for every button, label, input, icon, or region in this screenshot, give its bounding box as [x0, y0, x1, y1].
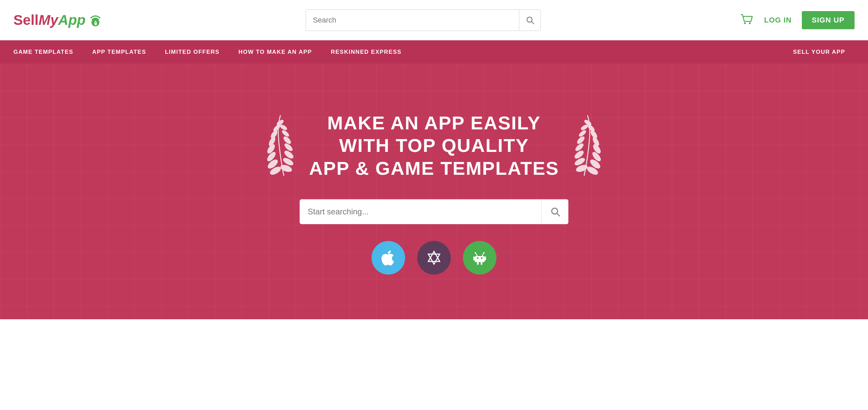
signup-button[interactable]: SIGN UP — [802, 11, 855, 29]
hero-title-line3: APP & GAME TEMPLATES — [309, 157, 559, 179]
svg-point-34 — [578, 129, 587, 138]
nav-item-sell-your-app[interactable]: SELL YOUR APP — [784, 40, 855, 64]
svg-point-5 — [749, 22, 751, 24]
nav-item-limited-offers[interactable]: LIMITED OFFERS — [156, 40, 229, 64]
hero-title: MAKE AN APP EASILY WITH TOP QUALITY APP … — [309, 112, 559, 179]
cart-button[interactable] — [739, 12, 754, 28]
hero-section: MAKE AN APP EASILY WITH TOP QUALITY APP … — [0, 64, 868, 319]
svg-rect-43 — [473, 256, 475, 260]
svg-line-37 — [557, 213, 560, 216]
login-button[interactable]: LOG IN — [764, 16, 792, 25]
svg-point-42 — [481, 257, 483, 259]
svg-point-1 — [95, 22, 96, 23]
svg-rect-44 — [485, 256, 486, 260]
nav-item-reskinned-express[interactable]: RESKINNED EXPRESS — [321, 40, 411, 64]
nav-item-how-to-make[interactable]: HOW TO MAKE AN APP — [229, 40, 321, 64]
svg-point-41 — [477, 257, 479, 259]
platform-android-button[interactable] — [463, 241, 496, 274]
search-icon — [526, 16, 534, 25]
hero-title-line2: WITH TOP QUALITY — [339, 135, 529, 156]
hero-search-input[interactable] — [300, 207, 541, 216]
platform-unity-button[interactable] — [417, 241, 451, 274]
svg-line-3 — [531, 22, 534, 24]
hero-title-line1: MAKE AN APP EASILY — [327, 112, 541, 134]
logo-text: SellMyApp — [13, 13, 86, 27]
cart-icon — [739, 12, 754, 27]
hero-title-area: MAKE AN APP EASILY WITH TOP QUALITY APP … — [262, 109, 606, 182]
laurel-right-icon — [572, 109, 606, 182]
svg-point-49 — [475, 252, 476, 254]
hero-search-icon — [550, 207, 560, 217]
unity-icon — [425, 249, 443, 267]
search-button[interactable] — [519, 9, 540, 31]
logo-sell: Sell — [13, 12, 39, 28]
svg-rect-46 — [481, 262, 483, 265]
header-right: LOG IN SIGN UP — [739, 11, 855, 29]
nav-item-game-templates[interactable]: GAME TEMPLATES — [13, 40, 83, 64]
svg-line-47 — [476, 253, 477, 256]
logo[interactable]: SellMyApp — [13, 12, 107, 29]
logo-icon — [87, 12, 104, 29]
header-search-area — [107, 9, 739, 31]
header-search-box — [306, 9, 541, 31]
platform-apple-button[interactable] — [372, 241, 405, 274]
nav-item-app-templates[interactable]: APP TEMPLATES — [83, 40, 156, 64]
svg-rect-45 — [477, 262, 479, 265]
search-input[interactable] — [306, 16, 519, 25]
platform-icons — [372, 241, 496, 274]
hero-search-box — [300, 199, 568, 224]
hero-search-button[interactable] — [541, 199, 568, 224]
svg-point-4 — [744, 22, 746, 24]
logo-app: App — [58, 12, 86, 28]
svg-point-18 — [282, 135, 292, 145]
svg-point-19 — [281, 129, 290, 138]
laurel-left-icon — [262, 109, 296, 182]
svg-rect-40 — [475, 256, 485, 262]
site-header: SellMyApp — [0, 0, 868, 40]
svg-line-48 — [482, 253, 484, 256]
apple-icon — [379, 249, 397, 267]
logo-my: My — [39, 12, 58, 28]
android-icon — [471, 249, 489, 267]
svg-point-50 — [484, 252, 485, 254]
navigation-bar: GAME TEMPLATES APP TEMPLATES LIMITED OFF… — [0, 40, 868, 64]
